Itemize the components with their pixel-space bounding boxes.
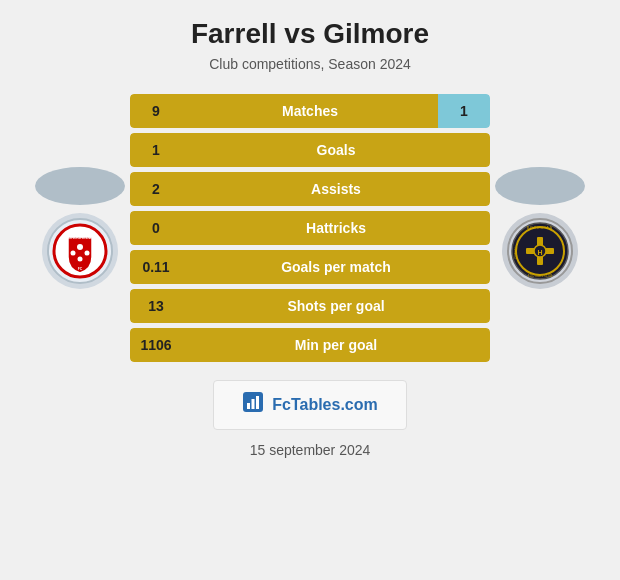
svg-text:BOHEMIAN: BOHEMIAN <box>527 226 554 230</box>
stat-left-value: 0.11 <box>130 250 182 284</box>
right-team-logo: H BOHEMIAN FOOTBALL CLUB DUBLIN <box>490 167 590 289</box>
stat-row: 1Goals <box>130 133 490 167</box>
svg-point-4 <box>85 251 90 256</box>
stat-left-value: 9 <box>130 94 182 128</box>
stat-right-value: 1 <box>438 94 490 128</box>
svg-rect-20 <box>252 399 255 409</box>
svg-rect-21 <box>256 396 259 409</box>
right-team-oval <box>495 167 585 205</box>
stat-label: Goals per match <box>182 250 490 284</box>
stat-label: Min per goal <box>182 328 490 362</box>
left-team-oval <box>35 167 125 205</box>
fc-tables-banner[interactable]: FcTables.com <box>213 380 407 430</box>
page-title: Farrell vs Gilmore <box>191 18 429 50</box>
left-team-badge: DROGHEDA FC <box>42 213 118 289</box>
svg-text:DUBLIN: DUBLIN <box>514 247 518 258</box>
main-content: DROGHEDA FC 9Matches11Goals2Assists0Hatt… <box>0 94 620 362</box>
right-team-badge: H BOHEMIAN FOOTBALL CLUB DUBLIN <box>502 213 578 289</box>
stat-label: Goals <box>182 133 490 167</box>
svg-point-3 <box>71 251 76 256</box>
fctables-icon <box>242 391 264 419</box>
stat-label: Matches <box>182 94 438 128</box>
stat-row: 1106Min per goal <box>130 328 490 362</box>
svg-rect-19 <box>247 403 250 409</box>
page-subtitle: Club competitions, Season 2024 <box>209 56 411 72</box>
stat-left-value: 1106 <box>130 328 182 362</box>
footer-date: 15 september 2024 <box>250 442 371 458</box>
stat-left-value: 13 <box>130 289 182 323</box>
stat-left-value: 1 <box>130 133 182 167</box>
svg-point-5 <box>78 257 83 262</box>
stat-left-value: 0 <box>130 211 182 245</box>
svg-text:FC: FC <box>78 267 83 271</box>
stat-row: 13Shots per goal <box>130 289 490 323</box>
left-team-logo: DROGHEDA FC <box>30 167 130 289</box>
stat-label: Shots per goal <box>182 289 490 323</box>
svg-point-2 <box>77 244 83 250</box>
stat-row: 0.11Goals per match <box>130 250 490 284</box>
stat-row: 0Hattricks <box>130 211 490 245</box>
fctables-label: FcTables.com <box>272 396 378 414</box>
svg-text:H: H <box>537 249 542 256</box>
svg-text:DROGHEDA: DROGHEDA <box>68 235 91 240</box>
stat-row: 9Matches1 <box>130 94 490 128</box>
stats-container: 9Matches11Goals2Assists0Hattricks0.11Goa… <box>130 94 490 362</box>
stat-label: Assists <box>182 172 490 206</box>
stat-left-value: 2 <box>130 172 182 206</box>
svg-text:FOOTBALL CLUB: FOOTBALL CLUB <box>528 274 552 278</box>
stat-row: 2Assists <box>130 172 490 206</box>
stat-label: Hattricks <box>182 211 490 245</box>
